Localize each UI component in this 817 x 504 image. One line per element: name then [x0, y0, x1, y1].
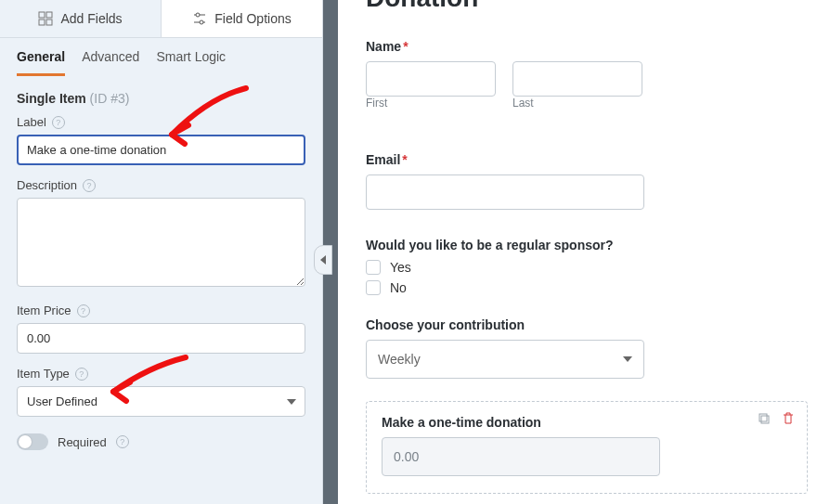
collapse-handle[interactable]	[314, 245, 332, 275]
last-sublabel: Last	[512, 97, 642, 110]
duplicate-icon[interactable]	[757, 411, 772, 426]
svg-rect-2	[39, 19, 45, 25]
svg-rect-0	[39, 12, 45, 18]
required-toggle[interactable]	[17, 433, 48, 450]
item-price-input[interactable]	[17, 323, 305, 354]
form-title: Donation	[366, 0, 817, 13]
panel-divider	[323, 0, 338, 504]
svg-point-7	[200, 20, 203, 24]
contribution-select[interactable]: Weekly	[366, 340, 644, 379]
tab-field-options-label: Field Options	[214, 11, 291, 26]
help-icon[interactable]: ?	[83, 179, 96, 192]
label-input[interactable]	[17, 135, 305, 165]
grid-icon	[38, 11, 53, 26]
sponsor-yes-label: Yes	[390, 260, 411, 275]
name-label: Name*	[366, 39, 817, 54]
subtab-smart-logic[interactable]: Smart Logic	[156, 49, 226, 76]
help-icon[interactable]: ?	[75, 368, 88, 381]
subtab-advanced[interactable]: Advanced	[82, 49, 139, 76]
donation-price-input[interactable]: 0.00	[382, 437, 660, 476]
contribution-label: Choose your contribution	[366, 317, 817, 332]
section-title: Single Item (ID #3)	[0, 76, 322, 115]
svg-rect-1	[46, 12, 52, 18]
first-sublabel: First	[366, 97, 496, 110]
tab-add-fields[interactable]: Add Fields	[0, 0, 162, 37]
email-label: Email*	[366, 152, 817, 167]
description-input[interactable]	[17, 198, 305, 287]
sliders-icon	[192, 11, 207, 26]
svg-rect-9	[761, 416, 769, 423]
subtab-general[interactable]: General	[17, 49, 65, 76]
tab-add-fields-label: Add Fields	[60, 11, 122, 26]
sponsor-label: Would you like to be a regular sponsor?	[366, 238, 817, 252]
description-label: Description?	[17, 178, 305, 192]
help-icon[interactable]: ?	[52, 116, 65, 129]
required-label: Required	[58, 435, 107, 449]
first-name-input[interactable]	[366, 61, 496, 97]
svg-point-5	[196, 13, 200, 17]
sponsor-yes-checkbox[interactable]	[366, 260, 381, 275]
svg-rect-3	[46, 19, 52, 25]
svg-rect-8	[759, 414, 767, 421]
trash-icon[interactable]	[781, 411, 796, 426]
item-type-select[interactable]	[17, 386, 305, 417]
item-price-label: Item Price?	[17, 304, 305, 317]
donation-label: Make a one-time donation	[382, 415, 792, 430]
tab-field-options[interactable]: Field Options	[162, 0, 322, 37]
label-label: Label?	[17, 115, 305, 129]
last-name-input[interactable]	[512, 61, 642, 97]
help-icon[interactable]: ?	[116, 435, 129, 448]
selected-field[interactable]: Make a one-time donation 0.00	[366, 401, 808, 494]
email-input[interactable]	[366, 174, 644, 210]
sponsor-no-checkbox[interactable]	[366, 280, 381, 295]
chevron-down-icon	[623, 356, 632, 362]
item-type-label: Item Type?	[17, 367, 305, 381]
sponsor-no-label: No	[390, 280, 407, 295]
help-icon[interactable]: ?	[77, 304, 90, 317]
